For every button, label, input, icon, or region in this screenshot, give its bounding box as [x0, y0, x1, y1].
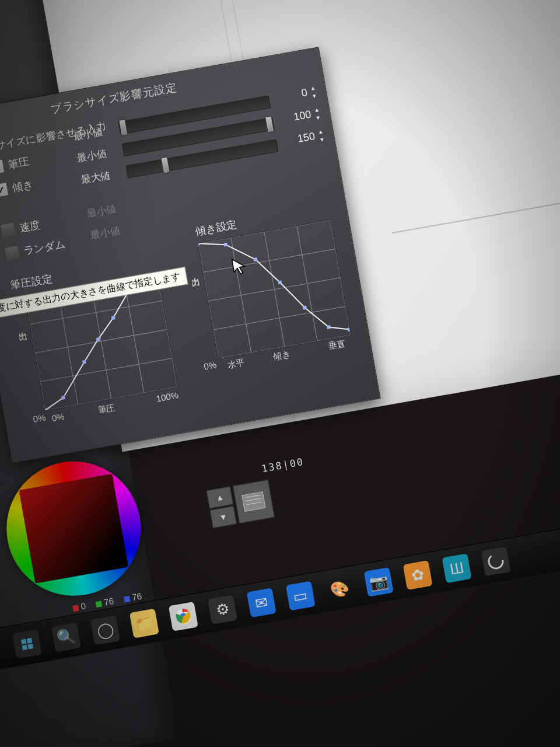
scroll-up-button[interactable]: ▲ [206, 486, 233, 509]
brush-size-dynamics-dialog: ブラシサイズ影響元設定 ブラシサイズに影響させる入力 ↓ ✓ 筆圧 ᓀ ✓ 傾き… [0, 47, 381, 463]
status-coordinates: 138|00 [261, 456, 305, 474]
taskbar-search-icon[interactable]: 🔍 [51, 622, 81, 652]
svg-rect-16 [96, 337, 100, 341]
source-pressure-row: ↓ ✓ 筆圧 [0, 155, 30, 178]
taskbar-start-icon[interactable] [12, 629, 42, 659]
source-speed-row: ᗺ ✓ 速度 [0, 218, 41, 241]
svg-rect-14 [61, 396, 65, 400]
svg-rect-13 [43, 409, 47, 410]
param2-label: 最小値 [76, 146, 107, 165]
svg-rect-36 [348, 327, 351, 331]
pressure-graph-title: 筆圧設定 [9, 271, 53, 292]
pressure-x-max: 100% [155, 390, 179, 403]
svg-rect-17 [111, 316, 116, 320]
taskbar-paint-icon[interactable]: 🎨 [325, 574, 355, 604]
param3-label: 最大値 [80, 169, 111, 187]
scroll-down-button[interactable]: ▼ [209, 506, 237, 529]
taskbar-camera-icon[interactable]: 📷 [364, 567, 394, 597]
svg-line-29 [330, 220, 351, 335]
svg-rect-42 [27, 638, 33, 644]
pressure-y-label: 出力 [16, 324, 27, 326]
svg-line-27 [264, 232, 285, 347]
tilt-checkbox[interactable]: ✓ [0, 182, 9, 198]
pressure-label: 筆圧 [7, 155, 30, 172]
svg-line-28 [297, 226, 317, 341]
navigator-thumb[interactable] [233, 480, 275, 524]
tilt-x-mid: 傾き [272, 349, 292, 363]
taskbar-mail-icon[interactable]: ✉ [247, 588, 276, 617]
tilt-x-end: 垂直 [327, 338, 346, 352]
pressure-y-min: 0% [32, 412, 46, 424]
tilt-y-min: 0% [203, 359, 217, 372]
param4-label: 最小値 [86, 202, 117, 221]
color-wheel-indicator[interactable] [34, 570, 46, 582]
svg-rect-33 [278, 280, 282, 284]
taskbar-wacom-icon[interactable]: Ш [442, 553, 472, 583]
taskbar-chrome-icon[interactable] [169, 602, 198, 631]
param1-spinner[interactable]: ▲▼ [310, 85, 320, 100]
svg-rect-30 [198, 242, 200, 246]
svg-rect-41 [21, 639, 27, 645]
pressure-x-min: 0% [51, 411, 65, 424]
source-tilt-row: ᓀ ✓ 傾き [0, 177, 34, 201]
pressure-x-label: 筆圧 [97, 402, 116, 416]
tilt-graph[interactable] [198, 219, 352, 359]
tilt-label: 傾き [11, 177, 34, 195]
taskbar-media-icon[interactable]: ▭ [286, 581, 316, 610]
param2-value[interactable]: 100 [275, 108, 312, 126]
param5-label: 最小値 [90, 224, 121, 242]
taskbar-explorer-icon[interactable]: 📁 [130, 609, 159, 638]
svg-rect-31 [223, 243, 228, 247]
speed-checkbox[interactable]: ✓ [0, 222, 16, 239]
svg-rect-15 [82, 360, 86, 364]
taskbar-photos-icon[interactable]: ✿ [403, 560, 433, 590]
random-glyph-icon: ᗲ [0, 250, 2, 263]
svg-line-25 [198, 243, 219, 358]
source-random-row: ᗲ ✓ ランダム [0, 237, 66, 264]
taskbar-clipstudio-icon[interactable] [481, 546, 511, 576]
tilt-graph-title: 傾き設定 [194, 217, 238, 238]
param1-value[interactable]: 0 [272, 86, 309, 104]
svg-rect-34 [303, 306, 307, 310]
svg-rect-44 [28, 644, 34, 650]
param3-value[interactable]: 150 [279, 130, 316, 148]
random-checkbox[interactable]: ✓ [4, 245, 20, 261]
taskbar-settings-icon[interactable]: ⚙ [208, 595, 237, 624]
svg-rect-35 [327, 325, 331, 329]
svg-rect-37 [242, 492, 265, 512]
svg-line-26 [231, 238, 251, 352]
speed-label: 速度 [18, 218, 41, 235]
svg-point-47 [488, 553, 504, 570]
random-label: ランダム [22, 237, 66, 258]
param3-spinner[interactable]: ▲▼ [317, 128, 328, 143]
svg-rect-43 [22, 645, 28, 651]
pressure-checkbox[interactable]: ✓ [0, 159, 5, 175]
taskbar-cortana-icon[interactable]: ◯ [90, 616, 120, 645]
tilt-y-label: 出力 [188, 270, 200, 272]
param2-spinner[interactable]: ▲▼ [313, 106, 324, 121]
tilt-x-start: 水平 [226, 357, 246, 371]
svg-rect-32 [253, 257, 257, 261]
